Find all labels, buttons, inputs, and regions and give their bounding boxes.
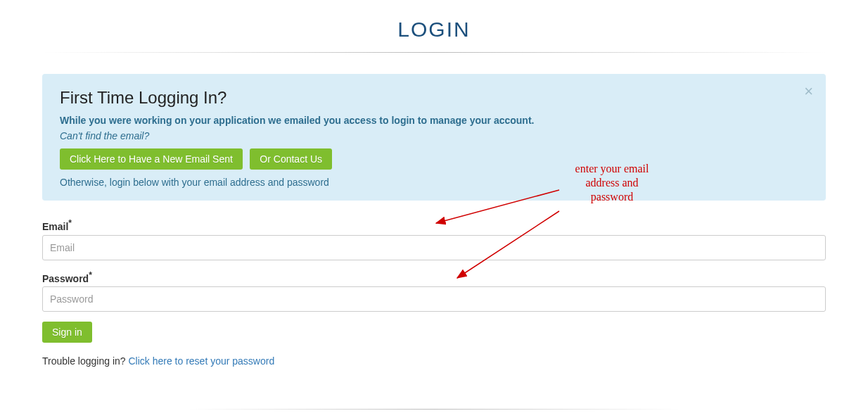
divider-top bbox=[42, 52, 826, 53]
email-field[interactable] bbox=[42, 235, 826, 260]
password-label: Password* bbox=[42, 270, 826, 284]
alert-lead: While you were working on your applicati… bbox=[60, 115, 808, 126]
divider-bottom bbox=[188, 409, 680, 410]
alert-heading: First Time Logging In? bbox=[60, 88, 808, 108]
resend-email-button[interactable]: Click Here to Have a New Email Sent bbox=[60, 148, 243, 170]
contact-us-button[interactable]: Or Contact Us bbox=[250, 148, 332, 170]
trouble-text: Trouble logging in? Click here to reset … bbox=[42, 355, 826, 367]
reset-password-link[interactable]: Click here to reset your password bbox=[128, 355, 274, 367]
alert-hint: Can't find the email? bbox=[60, 130, 808, 141]
email-label: Email* bbox=[42, 218, 826, 232]
page-title: LOGIN bbox=[42, 18, 826, 42]
alert-otherwise: Otherwise, login below with your email a… bbox=[60, 177, 808, 188]
close-icon[interactable]: × bbox=[804, 84, 813, 99]
sign-in-button[interactable]: Sign in bbox=[42, 322, 92, 343]
password-field[interactable] bbox=[42, 286, 826, 312]
first-time-alert: × First Time Logging In? While you were … bbox=[42, 74, 826, 201]
